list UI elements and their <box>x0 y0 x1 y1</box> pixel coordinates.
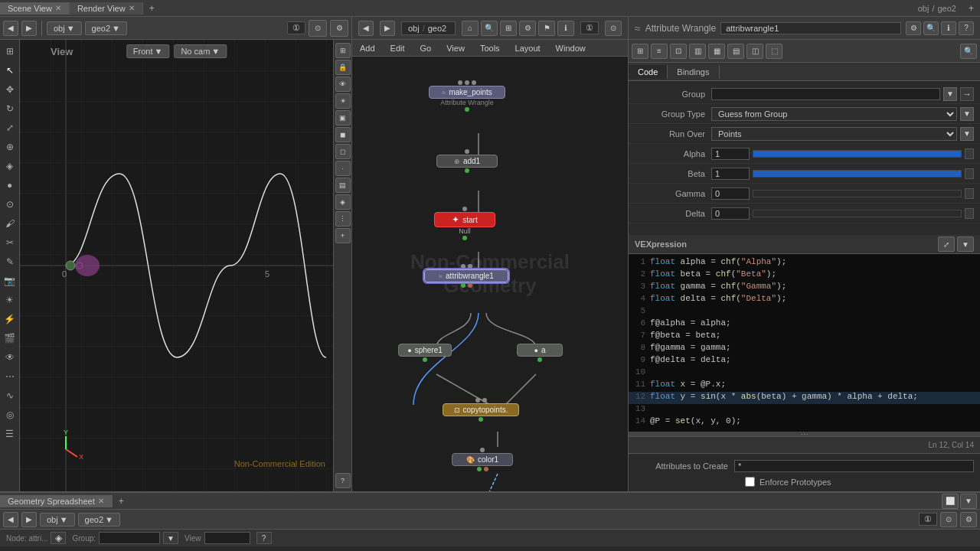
param-gamma-input[interactable] <box>711 187 750 200</box>
sidebar-misc1-btn[interactable]: ⋯ <box>2 368 18 385</box>
side-btn-ghost[interactable]: ◈ <box>335 194 351 210</box>
viewport-btn-home[interactable]: ⊙ <box>309 20 327 37</box>
vex-expand-btn[interactable]: ⤢ <box>938 236 955 252</box>
side-btn-snap[interactable]: ⋮ <box>335 211 351 227</box>
sidebar-cut-btn[interactable]: ✂ <box>2 234 18 251</box>
param-icon-info[interactable]: ℹ <box>941 21 956 35</box>
node-copy-box[interactable]: ⊡ copytopoints. <box>443 403 519 416</box>
side-btn-question[interactable]: ? <box>335 473 351 488</box>
sidebar-select-btn[interactable]: ↖ <box>2 62 18 79</box>
bottom-node-icon[interactable]: ◈ <box>51 532 66 544</box>
param-group-type-select[interactable]: Guess from Group <box>711 107 957 121</box>
rp-icon-4[interactable]: ▥ <box>689 44 706 59</box>
bottom-home-btn[interactable]: ⊙ <box>940 512 957 527</box>
param-alpha-input[interactable] <box>711 148 750 160</box>
node-sphere1-box[interactable]: ● sphere1 <box>398 344 452 357</box>
sidebar-edit-btn[interactable]: ✎ <box>2 253 18 270</box>
node-btn-home2[interactable]: ⊙ <box>605 21 622 36</box>
sidebar-rotate-btn[interactable]: ↻ <box>2 100 18 117</box>
param-delta-input[interactable] <box>711 207 750 220</box>
rp-icon-2[interactable]: ≡ <box>651 44 668 59</box>
bottom-group-filter[interactable]: ▼ <box>163 532 178 544</box>
bottom-max-btn[interactable]: ⬜ <box>942 494 959 509</box>
rp-icon-5[interactable]: ▦ <box>708 44 725 59</box>
nav-back-btn[interactable]: ◀ <box>3 21 18 36</box>
tab-scene-view-close[interactable]: ✕ <box>55 4 61 12</box>
side-btn-more[interactable]: + <box>335 228 351 243</box>
node-icon-search[interactable]: 🔍 <box>481 21 498 36</box>
obj-selector[interactable]: obj ▼ <box>47 21 82 35</box>
sidebar-render-btn[interactable]: 🎬 <box>2 330 18 347</box>
param-delta-slider[interactable] <box>753 210 962 217</box>
camera-select[interactable]: No cam ▼ <box>174 44 227 58</box>
rp-icon-8[interactable]: ⬚ <box>766 44 782 59</box>
bottom-view-input[interactable] <box>204 532 250 544</box>
node-icon-flag[interactable]: ⚑ <box>538 21 555 36</box>
rp-icon-7[interactable]: ◫ <box>746 44 763 59</box>
node-nav-back[interactable]: ◀ <box>358 21 374 36</box>
node-add1[interactable]: ⊕ add1 <box>436 148 498 174</box>
sidebar-misc4-btn[interactable]: ☰ <box>2 425 18 442</box>
sidebar-scale-btn[interactable]: ⤢ <box>2 119 18 136</box>
param-group-arrow[interactable]: → <box>960 87 974 101</box>
tab-add-button[interactable]: + <box>143 2 161 15</box>
node-copytopoints[interactable]: ⊡ copytopoints. <box>443 397 519 422</box>
side-btn-mat[interactable]: ▤ <box>335 178 351 193</box>
tab-geometry-spreadsheet[interactable]: Geometry Spreadsheet ✕ <box>0 495 113 507</box>
sidebar-grid-btn[interactable]: ⊞ <box>2 43 18 60</box>
tab-scene-view[interactable]: Scene View ✕ <box>0 2 70 15</box>
side-btn-1[interactable]: ⊞ <box>335 43 351 58</box>
tab-bindings[interactable]: Bindings <box>668 65 719 79</box>
param-run-over-dropdown[interactable]: ▼ <box>960 127 974 141</box>
viewport-btn-settings[interactable]: ⚙ <box>330 20 348 37</box>
node-make-points[interactable]: ≈ make_points Attribute Wrangle <box>429 80 505 112</box>
menu-tools[interactable]: Tools <box>472 42 508 54</box>
vex-code-body[interactable]: 1 float alpha = chf("Alpha"); 2 float be… <box>629 254 980 432</box>
rp-icon-3[interactable]: ⊡ <box>670 44 687 59</box>
bottom-tab-add[interactable]: + <box>113 494 130 508</box>
param-icon-settings[interactable]: ⚙ <box>906 21 921 35</box>
bottom-nav-fwd[interactable]: ▶ <box>21 512 37 527</box>
node-icon-layout[interactable]: ⊞ <box>500 21 517 36</box>
tab-render-view-close[interactable]: ✕ <box>129 4 135 12</box>
camera-view-select[interactable]: Front ▼ <box>126 44 170 58</box>
node-color1-box[interactable]: 🎨 color1 <box>452 453 513 466</box>
sidebar-snap-btn[interactable]: ◈ <box>2 158 18 174</box>
param-beta-input[interactable] <box>711 168 750 180</box>
sidebar-misc2-btn[interactable]: ∿ <box>2 387 18 404</box>
side-btn-light[interactable]: ☀ <box>335 93 351 109</box>
nav-fwd-btn[interactable]: ▶ <box>21 21 37 36</box>
side-btn-point[interactable]: · <box>335 161 351 176</box>
sidebar-camera-btn[interactable]: 📷 <box>2 272 18 289</box>
param-run-over-select[interactable]: Points <box>711 127 957 141</box>
rp-icon-6[interactable]: ▤ <box>727 44 744 59</box>
param-icon-search[interactable]: 🔍 <box>923 21 939 35</box>
param-icon-help[interactable]: ? <box>959 21 974 35</box>
enforce-protos-checkbox[interactable] <box>745 477 755 487</box>
param-group-dropdown[interactable]: ▼ <box>943 87 957 101</box>
node-add1-box[interactable]: ⊕ add1 <box>436 155 498 168</box>
node-make-points-box[interactable]: ≈ make_points <box>429 86 505 99</box>
bottom-nav-back[interactable]: ◀ <box>3 512 18 527</box>
menu-edit[interactable]: Edit <box>383 42 413 54</box>
param-group-input[interactable] <box>711 88 940 100</box>
vex-more-btn[interactable]: ▼ <box>957 236 974 252</box>
bottom-settings-btn[interactable]: ⚙ <box>960 512 977 527</box>
sidebar-lasso-btn[interactable]: ⊙ <box>2 196 18 213</box>
bottom-geo-select[interactable]: geo2 ▼ <box>78 513 120 527</box>
sidebar-handle-btn[interactable]: ⊕ <box>2 139 18 155</box>
menu-view[interactable]: View <box>439 42 472 54</box>
side-btn-lock[interactable]: 🔒 <box>335 60 351 75</box>
node-nav-fwd[interactable]: ▶ <box>380 21 395 36</box>
tab-code[interactable]: Code <box>629 65 668 79</box>
node-a-box[interactable]: ● a <box>517 344 563 357</box>
sidebar-visible-btn[interactable]: 👁 <box>2 349 18 366</box>
bottom-help-btn[interactable]: ? <box>256 532 272 544</box>
node-color1[interactable]: 🎨 color1 <box>452 447 513 472</box>
menu-go[interactable]: Go <box>413 42 439 54</box>
param-node-name-input[interactable] <box>720 22 901 34</box>
sidebar-dop-btn[interactable]: ⚡ <box>2 311 18 328</box>
rp-icon-search2[interactable]: 🔍 <box>960 44 977 59</box>
node-start[interactable]: ✦ start Null <box>434 206 495 241</box>
param-beta-slider[interactable] <box>753 170 962 178</box>
